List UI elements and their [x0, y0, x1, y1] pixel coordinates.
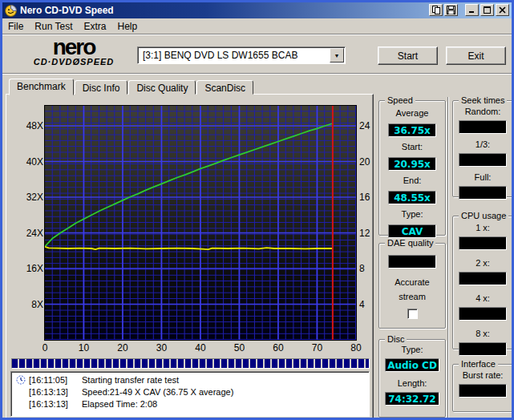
copy-icon — [432, 6, 440, 14]
menu-file[interactable]: File — [2, 19, 29, 34]
burst-rate-label: Burst rate: — [463, 370, 504, 381]
disc-type-label: Type: — [402, 345, 423, 355]
y-right-tick-label: 12 — [359, 228, 378, 239]
nero-logo-text: nero — [14, 38, 134, 57]
speed-group: Speed Average 36.75x Start: 20.95x End: … — [378, 100, 446, 236]
x-axis-tick-label: 70 — [312, 342, 322, 353]
speed-end-value: 48.55x — [388, 191, 436, 204]
menu-run-test[interactable]: Run Test — [29, 19, 78, 34]
status-log[interactable]: [16:11:05] Starting transfer rate test [… — [10, 371, 370, 417]
x-axis-tick-label: 30 — [156, 342, 167, 353]
accurate-stream-checkbox[interactable] — [407, 309, 418, 319]
log-text: Elapsed Time: 2:08 — [82, 398, 369, 410]
speed-start-value: 20.95x — [388, 157, 436, 171]
accurate-stream-label-line2: stream — [399, 292, 426, 302]
x-axis-tick-label: 80 — [350, 342, 361, 353]
close-button[interactable] — [496, 4, 509, 16]
speed-type-value: CAV — [388, 224, 436, 238]
accurate-stream-label-line1: Accurate — [395, 277, 429, 288]
seek-random-value — [459, 120, 507, 134]
nero-logo: nero CD·DVDØSPEED — [14, 38, 134, 67]
y-left-tick-label: 40X — [26, 156, 43, 168]
cpu-2x-value — [459, 272, 507, 285]
x-axis-tick-label: 0 — [42, 342, 48, 353]
tab-disc-quality[interactable]: Disc Quality — [128, 80, 196, 95]
nero-cd-smiley-icon — [5, 5, 17, 17]
seek-third-label: 1/3: — [476, 139, 490, 150]
cpu-usage-group: CPU usage 1 x: 2 x: 4 x: 8 x: — [452, 216, 513, 349]
cpu-4x-value — [459, 307, 507, 321]
speed-group-title: Speed — [385, 95, 415, 105]
log-entry: [16:11:05] Starting transfer rate test — [16, 374, 369, 386]
log-text: Starting transfer rate test — [82, 374, 369, 386]
speed-average-label: Average — [396, 108, 429, 119]
start-button[interactable]: Start — [378, 46, 438, 65]
disc-group: Disc Type: Audio CD Length: 74:32.72 — [378, 339, 446, 418]
title-bar[interactable]: Nero CD-DVD Speed — [2, 2, 512, 18]
dae-quality-value — [388, 255, 436, 269]
speed-type-label: Type: — [402, 209, 423, 220]
y-axis-right: 2420161284 — [359, 106, 378, 340]
log-time: [16:13:13] — [29, 386, 82, 398]
y-left-tick-label: 16X — [26, 263, 43, 274]
header-divider — [2, 73, 512, 75]
cpu-8x-value — [459, 342, 507, 356]
chevron-down-icon[interactable]: ▼ — [330, 48, 344, 63]
minimize-button[interactable] — [465, 4, 479, 16]
seek-full-label: Full: — [475, 172, 492, 183]
seek-full-value — [459, 186, 507, 200]
menu-bar: File Run Test Extra Help — [2, 18, 512, 34]
disc-length-label: Length: — [398, 378, 427, 389]
cpu-2x-label: 2 x: — [476, 258, 490, 269]
seek-times-group: Seek times Random: 1/3: Full: — [452, 100, 513, 197]
speed-average-value: 36.75x — [388, 123, 436, 137]
maximize-button[interactable] — [480, 4, 494, 16]
x-axis: 01020304050607080 — [45, 342, 358, 353]
x-axis-tick-label: 50 — [234, 342, 245, 353]
cpu-1x-label: 1 x: — [476, 223, 490, 233]
interface-group: Interface Burst rate: — [452, 364, 513, 412]
y-axis-left: 48X40X32X24X16X8X — [26, 106, 43, 340]
y-right-tick-label: 24 — [359, 120, 378, 131]
disc-length-value: 74:32.72 — [385, 392, 439, 406]
tab-benchmark[interactable]: Benchmark — [9, 79, 74, 95]
cpu-usage-group-title: CPU usage — [459, 211, 508, 220]
x-axis-tick-label: 40 — [195, 342, 205, 353]
log-entry: [16:13:13] Elapsed Time: 2:08 — [16, 398, 369, 410]
menu-extra[interactable]: Extra — [78, 19, 111, 34]
disc-type-value: Audio CD — [385, 358, 439, 372]
dae-quality-group: DAE quality Accurate stream — [378, 243, 446, 329]
log-clock-icon — [16, 375, 26, 385]
y-left-tick-label: 32X — [26, 192, 43, 203]
tab-scandisc[interactable]: ScanDisc — [196, 80, 253, 95]
log-entry: [16:13:13] Speed:21-49 X CAV (36.75 X av… — [16, 386, 369, 398]
save-button[interactable] — [444, 4, 458, 16]
benchmark-tab-page: 48X40X32X24X16X8X 2420161284 — [6, 94, 374, 419]
seek-times-group-title: Seek times — [459, 95, 507, 105]
y-left-tick-label: 48X — [26, 120, 43, 131]
x-axis-tick-label: 60 — [273, 342, 283, 353]
cpu-8x-label: 8 x: — [476, 329, 490, 339]
cpu-4x-label: 4 x: — [476, 293, 490, 304]
exit-button[interactable]: Exit — [446, 46, 506, 65]
y-right-tick-label: 4 — [359, 299, 378, 310]
copy-to-clipboard-button[interactable] — [429, 4, 443, 16]
panel-column-divider — [447, 97, 449, 418]
minimize-icon — [469, 6, 476, 14]
seek-random-label: Random: — [465, 107, 501, 117]
save-icon — [447, 6, 455, 14]
y-left-tick-label: 24X — [26, 228, 43, 239]
menu-help[interactable]: Help — [112, 19, 144, 34]
log-time: [16:11:05] — [29, 374, 82, 386]
y-right-tick-label: 20 — [359, 156, 378, 168]
speed-start-label: Start: — [402, 142, 423, 152]
disc-group-title: Disc — [385, 334, 407, 344]
close-icon — [499, 6, 506, 14]
y-right-tick-label: 8 — [359, 263, 378, 274]
drive-select[interactable]: [3:1] BENQ DVD LS DW1655 BCAB ▼ — [137, 46, 346, 64]
speed-end-label: End: — [403, 176, 422, 186]
tab-strip: Benchmark Disc Info Disc Quality ScanDis… — [9, 79, 254, 95]
tab-disc-info[interactable]: Disc Info — [75, 80, 128, 95]
log-time: [16:13:13] — [29, 398, 82, 410]
burst-rate-value — [459, 384, 507, 398]
